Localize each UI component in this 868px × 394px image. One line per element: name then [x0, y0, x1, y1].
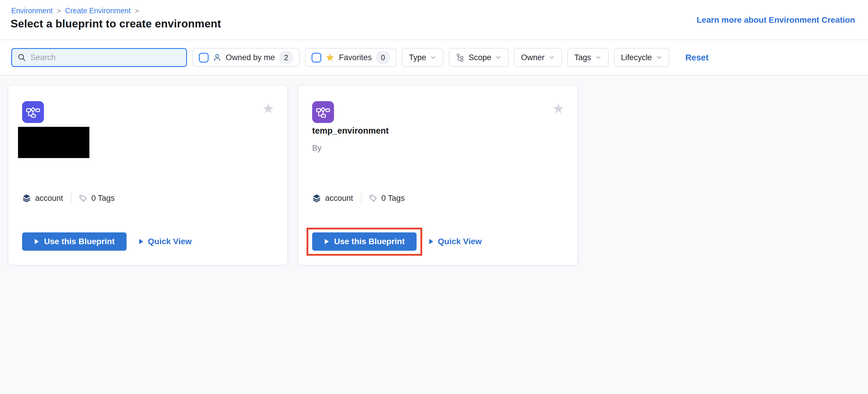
quick-view-label: Quick View — [148, 237, 192, 246]
breadcrumb: Environment > Create Environment > — [11, 6, 139, 15]
hierarchy-icon — [456, 53, 465, 62]
space-label: account — [325, 194, 353, 203]
favorites-label: Favorites — [339, 53, 372, 62]
owner-dropdown[interactable]: Owner — [514, 48, 562, 67]
chevron-down-icon — [430, 54, 436, 61]
quick-view-label: Quick View — [438, 237, 482, 246]
scope-dropdown-label: Scope — [468, 53, 491, 62]
quick-view-link[interactable]: Quick View — [428, 232, 482, 251]
account-layers-icon — [312, 194, 321, 203]
use-this-blueprint-button[interactable]: Use this Blueprint — [22, 232, 127, 251]
space-label: account — [35, 194, 63, 203]
page-title: Select a blueprint to create environment — [11, 18, 221, 30]
breadcrumb-create-environment[interactable]: Create Environment — [65, 6, 130, 15]
breadcrumb-separator: > — [57, 7, 61, 15]
chevron-down-icon — [595, 54, 601, 61]
owned-by-me-checkbox[interactable] — [199, 53, 209, 63]
play-icon — [34, 238, 39, 244]
tags-dropdown[interactable]: Tags — [567, 48, 609, 67]
account-layers-icon — [22, 194, 31, 203]
meta-divider — [361, 193, 362, 204]
search-icon — [18, 53, 26, 62]
blueprint-meta-row: account 0 Tags — [22, 192, 115, 204]
blueprint-meta-row: account 0 Tags — [312, 192, 405, 204]
chevron-down-icon — [495, 54, 502, 61]
tags-count-label: 0 Tags — [91, 194, 115, 203]
redacted-blueprint-name — [18, 127, 89, 158]
owned-by-me-count: 2 — [279, 51, 293, 64]
favorites-star-icon: ★ — [326, 52, 335, 63]
chevron-down-icon — [656, 54, 662, 61]
favorite-star-toggle[interactable]: ★ — [552, 102, 564, 115]
person-icon — [213, 53, 222, 62]
blueprint-card: ★ account 0 Tags Use this Blueprint — [8, 85, 288, 265]
blueprint-name: temp_environment — [312, 126, 389, 136]
blueprint-grid: ★ account 0 Tags Use this Blueprint — [0, 75, 868, 393]
owned-by-me-filter[interactable]: Owned by me 2 — [192, 48, 300, 67]
breadcrumb-environment[interactable]: Environment — [11, 6, 53, 15]
reset-filters-button[interactable]: Reset — [685, 53, 709, 63]
play-icon — [428, 238, 434, 244]
play-icon — [138, 238, 144, 244]
favorites-checkbox[interactable] — [312, 53, 321, 63]
lifecycle-dropdown-label: Lifecycle — [621, 53, 652, 62]
blueprint-icon — [312, 101, 334, 123]
use-this-blueprint-label: Use this Blueprint — [334, 237, 405, 246]
blueprint-icon — [22, 101, 44, 123]
tag-icon — [79, 193, 88, 203]
owner-dropdown-label: Owner — [521, 53, 545, 62]
use-this-blueprint-label: Use this Blueprint — [44, 237, 115, 246]
scope-dropdown[interactable]: Scope — [449, 48, 509, 67]
flowchart-icon — [26, 105, 40, 119]
flowchart-icon — [316, 105, 331, 119]
favorites-filter[interactable]: ★ Favorites 0 — [305, 48, 397, 67]
search-input[interactable] — [30, 53, 181, 62]
page-header: Environment > Create Environment > Selec… — [0, 0, 868, 40]
blueprint-author: By — [312, 143, 321, 153]
quick-view-link[interactable]: Quick View — [138, 232, 192, 251]
favorites-count: 0 — [376, 51, 390, 64]
meta-divider — [71, 193, 71, 204]
lifecycle-dropdown[interactable]: Lifecycle — [614, 48, 670, 67]
tags-count-label: 0 Tags — [381, 194, 405, 203]
type-dropdown-label: Type — [409, 53, 426, 62]
play-icon — [324, 238, 329, 244]
tags-dropdown-label: Tags — [575, 53, 591, 62]
use-this-blueprint-button[interactable]: Use this Blueprint — [312, 232, 416, 251]
type-dropdown[interactable]: Type — [402, 48, 444, 67]
filter-bar: Owned by me 2 ★ Favorites 0 Type Scope O… — [0, 40, 868, 75]
search-box[interactable] — [11, 48, 187, 67]
favorite-star-toggle[interactable]: ★ — [262, 102, 274, 115]
blueprint-card: ★ temp_environment By account 0 Tags Use… — [298, 85, 578, 265]
chevron-down-icon — [549, 54, 555, 61]
tag-icon — [369, 193, 378, 203]
learn-more-link[interactable]: Learn more about Environment Creation — [696, 15, 855, 25]
owned-by-me-label: Owned by me — [226, 53, 275, 62]
breadcrumb-separator: > — [135, 7, 139, 15]
